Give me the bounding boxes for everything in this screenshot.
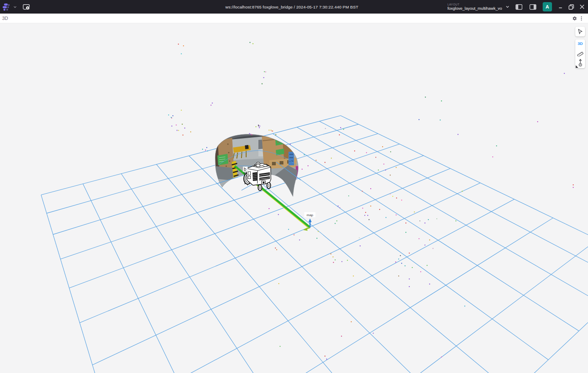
svg-text:b: b bbox=[244, 167, 247, 172]
svg-text:map: map bbox=[307, 213, 313, 217]
